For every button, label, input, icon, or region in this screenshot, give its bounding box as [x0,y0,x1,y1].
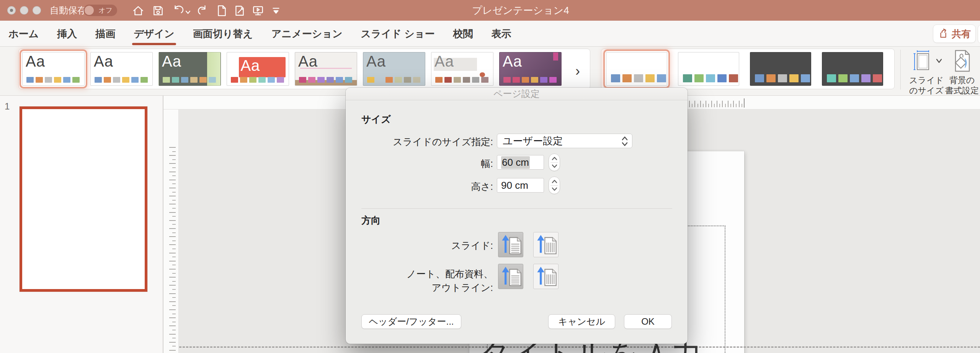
partial-toolbar-button[interactable] [978,25,980,44]
toolbar-overflow-icon[interactable] [270,5,282,17]
home-icon[interactable] [132,5,144,17]
variant-thumbnail[interactable] [606,52,667,86]
orientation-section-label: 方向 [361,214,381,227]
portrait-orientation-icon [498,232,523,257]
ribbon-group-divider [900,50,901,90]
theme-thumbnail[interactable]: Aa [22,52,85,86]
width-stepper[interactable] [549,154,560,171]
ribbon-tab[interactable]: 描画 [95,22,116,46]
variant-gallery [601,49,895,89]
theme-decoration [480,72,485,77]
close-window-button[interactable] [7,6,16,15]
theme-gallery-more-button[interactable]: › [570,62,585,80]
autosave-state: オフ [98,5,113,16]
size-section-label: サイズ [361,113,391,126]
height-input[interactable]: 90 cm [497,178,544,193]
theme-thumbnail[interactable]: Aa [90,52,153,86]
width-input[interactable]: 60 cm [497,155,544,170]
vertical-ruler [163,109,179,353]
theme-color-swatches [611,74,667,82]
slide-size-select[interactable]: ユーザー設定 [497,134,632,148]
unsaved-changes-dot [10,9,13,12]
notes-orientation-label-line1: ノート、配布資料、 [346,268,493,280]
theme-aa-sample: Aa [503,54,522,69]
autosave-toggle[interactable]: オフ [83,5,117,16]
theme-aa-sample: Aa [434,54,454,69]
share-button[interactable]: 共有 [933,25,976,43]
theme-thumbnail[interactable]: Aa [363,52,425,86]
stepper-divider [550,162,558,163]
notes-portrait-button[interactable] [498,264,523,289]
landscape-orientation-icon [534,232,558,257]
ruler-ticks [169,147,176,353]
zoom-window-button[interactable] [33,6,41,15]
dialog-titlebar[interactable]: ページ設定 [346,88,688,100]
theme-aa-sample: Aa [366,54,386,69]
header-footer-button[interactable]: ヘッダー/フッター... [361,314,461,329]
toggle-knob-icon [85,6,94,15]
height-stepper[interactable] [549,176,560,194]
cancel-button[interactable]: キャンセル [548,314,615,329]
theme-gallery: AaAaAaAaAaAaAaAa [18,49,590,89]
theme-thumbnail[interactable]: Aa [499,52,562,86]
stepper-divider [550,185,558,186]
variant-thumbnail[interactable] [678,52,739,86]
start-slideshow-icon[interactable] [252,5,264,17]
ribbon-tab[interactable]: デザイン [133,22,175,46]
slide-landscape-button[interactable] [533,232,559,257]
theme-thumbnail[interactable]: Aa [227,52,289,86]
variant-thumbnail[interactable] [822,52,883,86]
slide-size-icon[interactable] [912,50,931,72]
minimize-window-button[interactable] [20,6,28,15]
slide-number: 1 [5,101,10,112]
portrait-orientation-icon [498,264,523,289]
theme-thumbnail[interactable]: Aa [295,52,357,86]
autosave-label: 自動保存 [50,0,87,21]
edit-document-icon[interactable] [234,5,246,17]
notes-landscape-button[interactable] [533,264,559,289]
slide-size-spec-label: スライドのサイズ指定: [346,136,493,148]
landscape-orientation-icon [534,264,558,289]
save-icon[interactable] [152,5,164,17]
powerpoint-window: 自動保存 オフ プレゼンテーション4 [0,0,980,353]
ribbon-tab[interactable]: 画面切り替え [192,22,254,46]
page-setup-dialog: ページ設定 サイズ スライドのサイズ指定: ユーザー設定 幅: 60 cm 高さ… [346,88,688,344]
window-titlebar: 自動保存 オフ プレゼンテーション4 [0,0,980,21]
slide-size-dropdown-chevron-icon[interactable] [936,58,942,64]
slide-thumbnail-panel: 1 [0,96,163,353]
theme-color-swatches [299,77,352,83]
new-slide-icon[interactable] [216,5,228,17]
theme-color-swatches [95,77,148,83]
ribbon-tab[interactable]: 校閲 [452,22,474,46]
slide-thumbnail-selected[interactable] [20,106,147,292]
ruler-endcap [744,98,745,108]
ribbon-tab[interactable]: 表示 [490,22,512,46]
ribbon-tab[interactable]: 挿入 [56,22,78,46]
height-label: 高さ: [346,180,493,193]
ribbon-tab[interactable]: ホーム [8,22,39,46]
background-format-icon[interactable] [952,49,972,73]
ribbon-tab[interactable]: アニメーション [271,22,343,46]
share-icon [938,28,949,39]
ribbon-tab-row: ホーム挿入描画デザイン画面切り替えアニメーションスライド ショー校閲表示 共有 [0,21,980,47]
theme-aa-sample: Aa [26,54,45,69]
theme-aa-sample: Aa [240,58,260,73]
theme-thumbnail[interactable]: Aa [158,52,221,86]
theme-color-swatches [26,77,80,83]
theme-color-swatches [503,77,557,83]
popup-updown-chevrons-icon [621,136,629,147]
theme-aa-sample: Aa [94,54,113,69]
ribbon-tab[interactable]: スライド ショー [360,22,436,46]
dialog-section-divider [361,208,672,209]
variant-thumbnail[interactable] [750,52,811,86]
slide-portrait-button[interactable] [498,232,523,257]
theme-color-swatches [163,77,216,83]
undo-dropdown-chevron-icon[interactable] [185,9,191,14]
theme-color-swatches [435,77,488,83]
undo-icon[interactable] [172,5,184,17]
redo-icon[interactable] [196,5,208,17]
ok-button[interactable]: OK [624,314,672,329]
theme-thumbnail[interactable]: Aa [431,52,493,86]
theme-aa-sample: Aa [298,54,318,69]
background-format-button[interactable]: 背景の 書式設定 [937,75,980,96]
